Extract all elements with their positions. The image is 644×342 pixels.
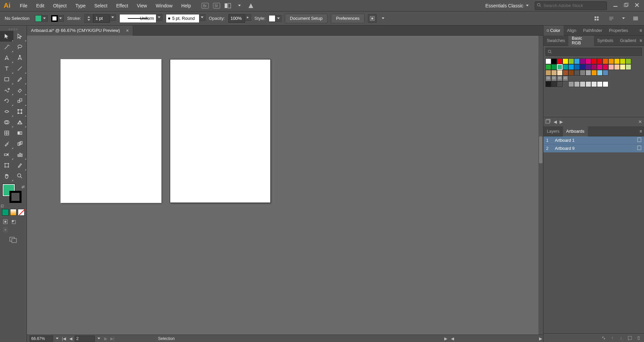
brush-drop[interactable] (199, 14, 205, 21)
opacity-drop[interactable] (245, 14, 251, 21)
eraser-tool[interactable] (13, 85, 27, 95)
swatch-cell[interactable] (574, 81, 580, 87)
swatch-cell[interactable] (568, 64, 574, 70)
free-transform-tool[interactable] (13, 106, 27, 117)
swatch-cell[interactable] (614, 64, 620, 70)
swatch-cell[interactable] (580, 64, 585, 70)
mesh-tool[interactable] (0, 128, 13, 138)
preferences-button[interactable]: Preferences (331, 14, 365, 23)
tab-layers[interactable]: Layers (543, 126, 563, 136)
bridge-icon[interactable]: Br (200, 1, 210, 10)
swatch-folder-icon[interactable] (557, 76, 563, 81)
draw-normal-icon[interactable] (2, 218, 9, 225)
tab-swatches[interactable]: Swatches (543, 36, 568, 46)
delete-artboard-icon[interactable] (636, 335, 641, 341)
swatch-cell[interactable] (545, 70, 551, 76)
swatch-next-icon[interactable]: ▶ (560, 119, 563, 124)
move-up-icon[interactable]: ↑ (610, 335, 615, 341)
width-profile-drop[interactable] (156, 14, 162, 21)
stroke-weight-stepper[interactable] (84, 14, 93, 23)
vertical-scrollbar[interactable] (538, 36, 543, 335)
swatch-cell[interactable] (545, 58, 551, 64)
swatch-cell[interactable] (568, 70, 574, 76)
swatch-close-icon[interactable]: ✕ (638, 119, 642, 124)
move-down-icon[interactable]: ↓ (618, 335, 624, 341)
stroke-swatch[interactable] (51, 15, 64, 22)
swap-fill-stroke-icon[interactable]: ⇄ (22, 185, 25, 189)
menu-select[interactable]: Select (90, 0, 112, 11)
opacity-field[interactable]: 100% (228, 14, 245, 23)
perspective-grid-tool[interactable] (13, 117, 27, 128)
tab-properties[interactable]: Properties (606, 26, 632, 36)
document-setup-button[interactable]: Document Setup (285, 14, 328, 23)
maximize-icon[interactable] (624, 3, 629, 8)
gradient-mode-icon[interactable] (10, 209, 17, 216)
arrange-panel-drop[interactable] (620, 15, 627, 22)
canvas[interactable] (27, 36, 543, 335)
swatch-cell[interactable] (597, 64, 603, 70)
swatch-cell[interactable] (603, 81, 608, 87)
menu-view[interactable]: View (132, 0, 151, 11)
artboard-row[interactable]: 1 Artboard 1 (543, 136, 644, 144)
rectangle-tool[interactable] (0, 74, 13, 85)
prev-artboard-icon[interactable]: ◀ (68, 336, 73, 341)
swatch-search[interactable] (545, 48, 642, 56)
swatch-cell[interactable] (608, 58, 614, 64)
swatch-cell[interactable] (614, 58, 620, 64)
lasso-tool[interactable] (13, 42, 27, 52)
arrange-docs-drop[interactable] (234, 1, 244, 10)
swatch-cell[interactable] (580, 58, 585, 64)
magic-wand-tool[interactable] (0, 42, 13, 52)
close-tab-icon[interactable]: × (126, 28, 129, 33)
tab-basic-rgb[interactable]: Basic RGB (568, 36, 594, 46)
align-to-drop[interactable] (380, 15, 386, 22)
stroke-weight-drop[interactable] (110, 14, 116, 21)
swatch-cell[interactable] (585, 70, 591, 76)
last-artboard-icon[interactable]: ▶| (110, 336, 115, 341)
scale-tool[interactable] (13, 95, 27, 106)
swatch-cell[interactable] (597, 70, 603, 76)
swatch-cell[interactable] (620, 64, 626, 70)
swatch-cell[interactable] (626, 64, 631, 70)
stroke-dropdown[interactable] (58, 15, 64, 22)
swatch-cell[interactable] (551, 81, 557, 87)
draw-inside-icon[interactable] (2, 226, 9, 233)
swatch-folder-icon[interactable] (545, 76, 551, 81)
swatch-cell[interactable] (545, 81, 551, 87)
swatch-cell[interactable] (551, 58, 557, 64)
gradient-tool[interactable] (13, 128, 27, 138)
artboard-tool[interactable] (0, 160, 13, 171)
swatch-cell[interactable] (620, 58, 626, 64)
swatch-cell[interactable] (580, 70, 585, 76)
width-profile[interactable]: Uniform (119, 14, 156, 23)
selection-tool[interactable] (0, 31, 13, 42)
swatch-cell[interactable] (585, 64, 591, 70)
menu-window[interactable]: Window (151, 0, 177, 11)
line-tool[interactable] (13, 63, 27, 74)
swatch-folder-icon[interactable] (563, 76, 568, 81)
swatch-prev-icon[interactable]: ◀ (554, 119, 557, 124)
pen-tool[interactable] (0, 52, 13, 63)
arrange-panel-icon[interactable] (606, 14, 616, 23)
artboard-orient-icon[interactable] (637, 137, 641, 143)
new-artboard-icon[interactable] (627, 335, 633, 341)
eyedropper-tool[interactable] (0, 138, 13, 149)
swatch-cell[interactable] (551, 70, 557, 76)
swatch-cell[interactable] (603, 64, 608, 70)
swatch-cell[interactable] (580, 81, 585, 87)
swatch-cell[interactable] (557, 64, 563, 70)
zoom-drop[interactable] (54, 336, 60, 341)
swatch-cell[interactable] (563, 64, 568, 70)
zoom-tool[interactable] (13, 171, 27, 181)
artboard-1[interactable] (61, 59, 161, 203)
swatch-cell[interactable] (608, 64, 614, 70)
scroll-thumb[interactable] (539, 136, 542, 163)
tab-symbols[interactable]: Symbols (594, 36, 617, 46)
width-tool[interactable] (0, 106, 13, 117)
tab-color[interactable]: Color (543, 26, 564, 36)
options-menu-icon[interactable] (631, 14, 641, 23)
artboard-num-drop[interactable] (96, 336, 102, 341)
graphic-style-drop[interactable] (275, 15, 281, 22)
menu-type[interactable]: Type (71, 0, 90, 11)
stroke-weight-field[interactable]: 1 pt (93, 14, 110, 23)
